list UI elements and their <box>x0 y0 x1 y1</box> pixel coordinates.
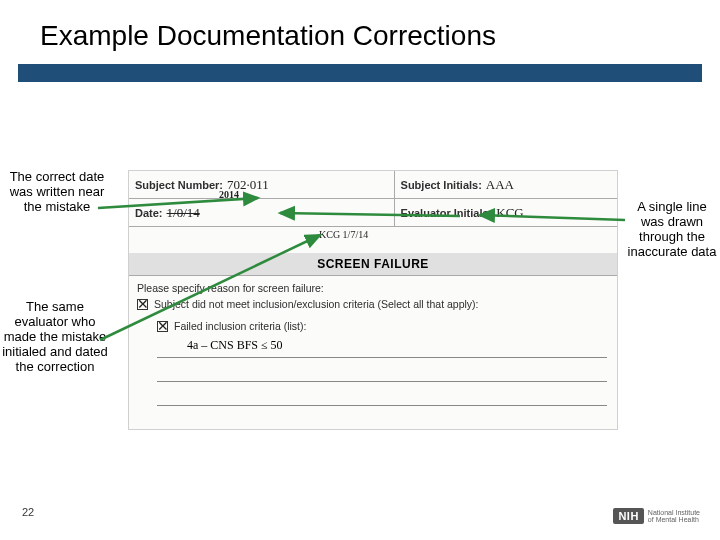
subject-initials-value: AAA <box>486 177 514 193</box>
checkbox-not-meet-criteria <box>137 299 148 310</box>
caption-single-line: A single line was drawn through the inac… <box>627 200 717 260</box>
caption-correct-date: The correct date was written near the mi… <box>8 170 106 215</box>
nih-badge: NIH <box>613 508 643 524</box>
date-value-struck: 1/0/14 <box>167 205 200 221</box>
page-number: 22 <box>22 506 34 518</box>
evaluator-initials-label: Evaluator Initials: <box>401 207 493 219</box>
nih-logo: NIH National Institute of Mental Health <box>613 508 700 524</box>
title-underline <box>18 64 702 82</box>
subject-number-label: Subject Number: <box>135 179 223 191</box>
caption-same-evaluator: The same evaluator who made the mistake … <box>0 300 110 375</box>
date-label: Date: <box>135 207 163 219</box>
checkbox-label-failed-inclusion: Failed inclusion criteria (list): <box>174 320 306 332</box>
screen-failure-banner: SCREEN FAILURE <box>129 253 617 276</box>
nih-text-line2: of Mental Health <box>648 516 700 523</box>
slide-title: Example Documentation Corrections <box>40 20 496 52</box>
nih-text-line1: National Institute <box>648 509 700 516</box>
writein-line-1: 4a – CNS BFS ≤ 50 <box>157 338 607 358</box>
subject-initials-label: Subject Initials: <box>401 179 482 191</box>
correction-form: Subject Number: 702·011 Subject Initials… <box>128 170 618 430</box>
date-correction: 2014 <box>219 189 239 200</box>
checkbox-label-not-meet: Subject did not meet inclusion/exclusion… <box>154 298 479 310</box>
writein-line-2 <box>157 362 607 382</box>
writein-line-3 <box>157 386 607 406</box>
evaluator-initials-value: KCG <box>496 205 523 221</box>
reason-prompt: Please specify reason for screen failure… <box>129 276 617 296</box>
checkbox-failed-inclusion <box>157 321 168 332</box>
correction-signature: KCG 1/7/14 <box>319 229 368 240</box>
